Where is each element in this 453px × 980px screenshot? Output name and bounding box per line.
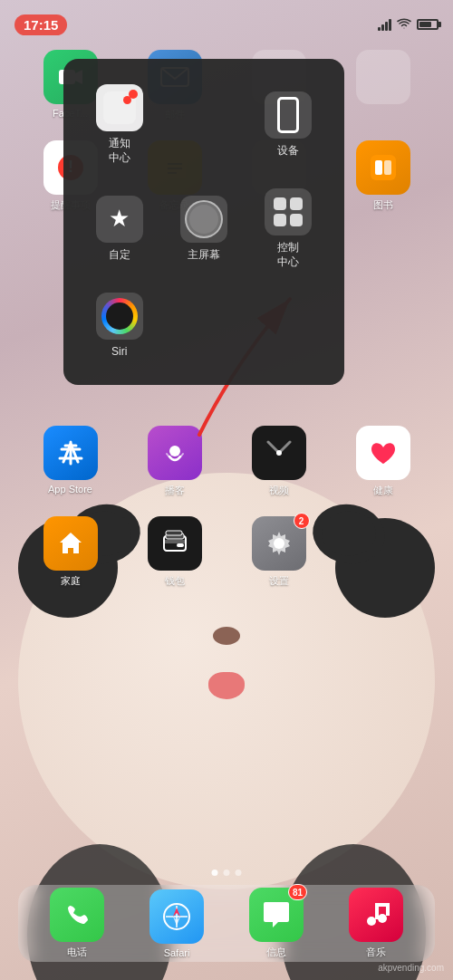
dock-music[interactable]: 音乐 bbox=[340, 888, 412, 959]
svg-point-16 bbox=[169, 446, 180, 456]
svg-rect-22 bbox=[166, 531, 182, 535]
svg-rect-10 bbox=[375, 160, 382, 175]
safari-icon bbox=[149, 889, 204, 944]
status-time: 17:15 bbox=[14, 14, 67, 35]
health-label: 健康 bbox=[373, 484, 393, 497]
wallet-label: 钱包 bbox=[165, 574, 185, 588]
notification-center-icon bbox=[96, 84, 143, 131]
home-app-label: 家庭 bbox=[61, 574, 81, 588]
customize-icon: ★ bbox=[96, 196, 143, 243]
app-appstore[interactable]: App Store bbox=[34, 426, 107, 495]
app-books[interactable]: 图书 bbox=[347, 140, 419, 212]
panda-nose bbox=[213, 627, 240, 645]
tv-label: 视频 bbox=[269, 484, 289, 497]
app-home[interactable]: 家庭 bbox=[34, 516, 107, 588]
page-dot-3 bbox=[236, 870, 242, 876]
menu-notification-center[interactable]: 通知中心 bbox=[82, 77, 157, 172]
home-app-icon bbox=[43, 516, 98, 571]
menu-device[interactable]: 设备 bbox=[251, 77, 326, 172]
wifi-icon bbox=[397, 17, 411, 32]
siri-icon bbox=[96, 293, 143, 340]
page-dot-1 bbox=[212, 870, 218, 876]
battery-icon bbox=[417, 19, 439, 30]
books-icon bbox=[356, 140, 410, 195]
watermark-url: akpvending.com bbox=[378, 963, 444, 973]
status-bar: 17:15 bbox=[0, 0, 453, 40]
signal-icon bbox=[378, 18, 391, 31]
music-icon bbox=[349, 888, 403, 942]
podcasts-label: 播客 bbox=[165, 484, 185, 497]
svg-rect-11 bbox=[384, 160, 391, 175]
app-placeholder2 bbox=[347, 50, 419, 108]
settings-label: 设置 bbox=[269, 574, 289, 588]
phone-icon bbox=[50, 888, 104, 942]
device-icon bbox=[265, 91, 312, 139]
appstore-icon bbox=[43, 426, 98, 480]
menu-customize[interactable]: ★ 自定 bbox=[82, 181, 157, 276]
safari-label: Safari bbox=[164, 947, 190, 958]
svg-rect-31 bbox=[375, 905, 379, 919]
settings-badge: 2 bbox=[294, 513, 310, 529]
wallet-icon bbox=[148, 516, 202, 571]
page-dot-2 bbox=[224, 870, 230, 876]
menu-homescreen[interactable]: 主屏幕 bbox=[166, 181, 241, 276]
device-label: 设备 bbox=[277, 144, 299, 159]
app-row4-empty bbox=[347, 516, 419, 574]
dock-phone[interactable]: 电话 bbox=[41, 888, 113, 959]
books-label: 图书 bbox=[373, 198, 393, 212]
dock-safari[interactable]: Safari bbox=[140, 889, 213, 958]
panda-tongue bbox=[208, 672, 245, 699]
control-center-icon bbox=[265, 188, 312, 235]
notification-center-label: 通知中心 bbox=[109, 137, 130, 165]
svg-point-29 bbox=[367, 917, 376, 926]
phone-label: 电话 bbox=[67, 946, 87, 959]
homescreen-label: 主屏幕 bbox=[188, 248, 220, 263]
svg-rect-19 bbox=[164, 540, 186, 543]
dock: 电话 Safari 81 信息 bbox=[18, 885, 435, 962]
menu-siri[interactable]: Siri bbox=[82, 285, 157, 367]
messages-label: 信息 bbox=[266, 946, 286, 959]
page-dots bbox=[212, 870, 242, 876]
app-settings[interactable]: 2 设置 bbox=[243, 516, 315, 588]
siri-label: Siri bbox=[111, 345, 127, 360]
menu-control-center[interactable]: 控制中心 bbox=[251, 181, 326, 276]
appstore-label: App Store bbox=[48, 484, 92, 495]
svg-point-30 bbox=[378, 914, 387, 923]
svg-rect-20 bbox=[177, 543, 184, 547]
health-icon bbox=[356, 426, 410, 480]
messages-badge: 81 bbox=[288, 884, 307, 900]
context-menu: 通知中心 设备 ★ 自定 主屏幕 bbox=[63, 59, 344, 385]
app-health[interactable]: 健康 bbox=[347, 426, 419, 497]
control-center-label: 控制中心 bbox=[277, 241, 299, 269]
homescreen-icon bbox=[180, 196, 227, 243]
app-row-4: 家庭 钱包 2 设置 bbox=[0, 516, 453, 588]
svg-rect-9 bbox=[371, 155, 396, 180]
status-icons bbox=[378, 17, 439, 32]
music-label: 音乐 bbox=[366, 946, 386, 959]
app-wallet[interactable]: 钱包 bbox=[139, 516, 211, 588]
dock-messages[interactable]: 81 信息 bbox=[240, 888, 313, 959]
customize-label: 自定 bbox=[109, 248, 130, 263]
